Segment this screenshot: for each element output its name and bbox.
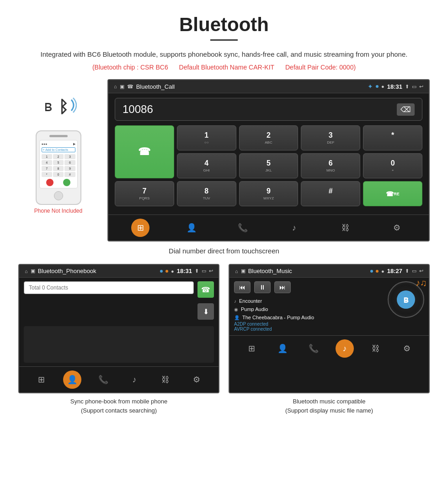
music-time: 18:27 (387, 268, 402, 274)
pb-toolbar-phone[interactable]: 📞 (94, 370, 112, 389)
phone-end-btn (46, 179, 53, 186)
add-contact-label: + Add to Contacts (42, 147, 75, 152)
keypad-grid: 1 ○○ 2 ABC 3 DEF * ☎ 4 GHI 5 JKL 6 MNO 0… (115, 125, 422, 206)
recall-button[interactable]: ☎RE (363, 181, 422, 206)
pb-time: 18:31 (177, 268, 192, 274)
key-1[interactable]: 1 ○○ (177, 125, 236, 150)
toolbar-link[interactable]: ⛓ (336, 219, 355, 237)
spec-chip: (Bluetooth chip : CSR BC6 (92, 64, 168, 71)
toolbar-music[interactable]: ♪ (285, 219, 304, 237)
bottom-screens: ⌂ ▣ Bluetooth_Phonebook ● 18:31 ⬆ ▭ ↩ (18, 264, 430, 415)
mu-toolbar-phone[interactable]: 📞 (304, 339, 323, 358)
dial-time: 18:31 (387, 83, 402, 90)
pb-toolbar-settings[interactable]: ⚙ (187, 370, 206, 389)
key-4[interactable]: 4 GHI (177, 153, 236, 178)
track-1: ♪ Encounter (234, 297, 384, 305)
key-hash[interactable]: # (301, 181, 360, 206)
header-right: ✦ ● 18:31 ⬆ ▭ ↩ (368, 83, 423, 90)
music-header: ⌂ ▣ Bluetooth_Music ● 18:27 ⬆ ▭ ↩ (229, 265, 429, 278)
key-5[interactable]: 5 JKL (239, 153, 299, 178)
mu-back: ↩ (419, 268, 423, 274)
pb-dot1 (160, 270, 163, 273)
spec-name: Default Bluetooth Name CAR-KIT (179, 64, 275, 71)
pb-signal: ● (171, 268, 174, 274)
mu-toolbar-contact[interactable]: 👤 (273, 339, 292, 358)
phone-home-btn (54, 191, 63, 200)
mu-dot1 (370, 270, 373, 273)
sim-icon: ▣ (120, 84, 124, 90)
pb-toolbar-contact[interactable]: 👤 (63, 370, 81, 389)
pb-sim-icon: ▣ (31, 268, 35, 274)
contact-search-input[interactable] (24, 281, 194, 294)
pb-toolbar-music[interactable]: ♪ (125, 370, 144, 389)
bluetooth-icon-area: ʙ ᛒ (40, 93, 77, 125)
dialed-number: 10086 (123, 103, 153, 116)
avrcp-status: AVRCP connected (234, 327, 384, 332)
number-display: 10086 ⌫ (115, 98, 422, 121)
toolbar-contact[interactable]: 👤 (182, 219, 201, 237)
dial-car-screen: ⌂ ▣ ☎ Bluetooth_Call ✦ ● 18:31 ⬆ ▭ ↩ 100… (107, 79, 430, 241)
key-2[interactable]: 2 ABC (239, 125, 299, 150)
svg-text:ᛒ: ᛒ (59, 97, 69, 116)
prev-button[interactable]: ⏮ (234, 281, 251, 293)
phonebook-header: ⌂ ▣ Bluetooth_Phonebook ● 18:31 ⬆ ▭ ↩ (19, 265, 219, 278)
toolbar-settings[interactable]: ⚙ (388, 219, 406, 237)
note-icon-2: ◉ (234, 307, 238, 312)
backspace-button[interactable]: ⌫ (397, 103, 415, 116)
pb-toolbar-link[interactable]: ⛓ (156, 370, 175, 389)
mu-toolbar-settings[interactable]: ⚙ (398, 339, 416, 358)
dial-screen-toolbar: ⊞ 👤 📞 ♪ ⛓ ⚙ (108, 215, 429, 241)
dial-caption: Dial number direct from touchscreen (18, 247, 430, 255)
play-pause-button[interactable]: ⏸ (254, 281, 271, 293)
phonebook-title: Bluetooth_Phonebook (38, 268, 96, 274)
phone-call-btn (63, 179, 70, 186)
connected-status: A2DP connected AVRCP connected (234, 322, 384, 332)
mu-toolbar-music[interactable]: ♪ (336, 339, 354, 358)
mu-expand: ⬆ (405, 268, 409, 274)
back-icon: ↩ (419, 84, 423, 90)
music-player-controls: ⏮ ⏸ ⏭ (234, 281, 384, 293)
pb-window: ▭ (202, 268, 206, 274)
key-star[interactable]: * (363, 125, 422, 150)
contact-download-btn[interactable]: ⬇ (197, 303, 214, 320)
mu-toolbar-keypad[interactable]: ⊞ (242, 339, 261, 358)
pb-header-left: ⌂ ▣ Bluetooth_Phonebook (25, 268, 96, 274)
key-8[interactable]: 8 TUV (177, 181, 236, 206)
mu-toolbar-link[interactable]: ⛓ (367, 339, 385, 358)
call-button[interactable]: ☎ (115, 125, 174, 178)
key-9[interactable]: 9 WXYZ (239, 181, 299, 206)
next-button[interactable]: ⏭ (274, 281, 291, 293)
pb-header-right: ● 18:31 ⬆ ▭ ↩ (160, 268, 213, 274)
toolbar-phone[interactable]: 📞 (234, 219, 252, 237)
mu-window: ▭ (412, 268, 416, 274)
phone-screen: ●●●▶ + Add to Contacts 123 456 789 *0# (39, 140, 78, 188)
phone-not-included: Phone Not Included (34, 208, 82, 214)
signal-icon: ● (381, 84, 384, 89)
dial-section: ʙ ᛒ ●●●▶ + Add to Contacts 123 (18, 79, 430, 241)
phonebook-content: ☎ ⬇ (19, 278, 219, 366)
toolbar-keypad[interactable]: ⊞ (131, 219, 149, 237)
call-icon-small: ☎ (127, 84, 133, 90)
music-caption: Bluetooth music compatible(Support displ… (229, 397, 430, 415)
music-content: ⏮ ⏸ ⏭ ♪ Encounter ◉ Pump Audio (229, 278, 429, 335)
pb-home-icon: ⌂ (25, 268, 28, 274)
mu-sim-icon: ▣ (241, 268, 245, 274)
phone-speaker (49, 135, 68, 137)
key-7[interactable]: 7 PQRS (115, 181, 174, 206)
music-notes-icon: ♪♫ (416, 278, 427, 288)
pb-dot2 (165, 270, 168, 273)
mu-header-left: ⌂ ▣ Bluetooth_Music (235, 268, 292, 274)
key-3[interactable]: 3 DEF (301, 125, 360, 150)
key-6[interactable]: 6 MNO (301, 153, 360, 178)
bluetooth-logo: ʙ (44, 97, 53, 115)
phonebook-wrapper: ⌂ ▣ Bluetooth_Phonebook ● 18:31 ⬆ ▭ ↩ (18, 264, 219, 415)
window-icon: ▭ (412, 84, 416, 90)
music-screen: ⌂ ▣ Bluetooth_Music ● 18:27 ⬆ ▭ ↩ (229, 264, 430, 393)
contact-call-btn[interactable]: ☎ (197, 281, 214, 298)
specs-line: (Bluetooth chip : CSR BC6 Default Blueto… (18, 64, 430, 71)
bt-disc-icon: ʙ (397, 290, 415, 309)
pb-toolbar-keypad[interactable]: ⊞ (32, 370, 50, 389)
key-0[interactable]: 0 + (363, 153, 422, 178)
track-2: ◉ Pump Audio (234, 305, 384, 313)
note-icon-3: 👤 (234, 315, 240, 320)
